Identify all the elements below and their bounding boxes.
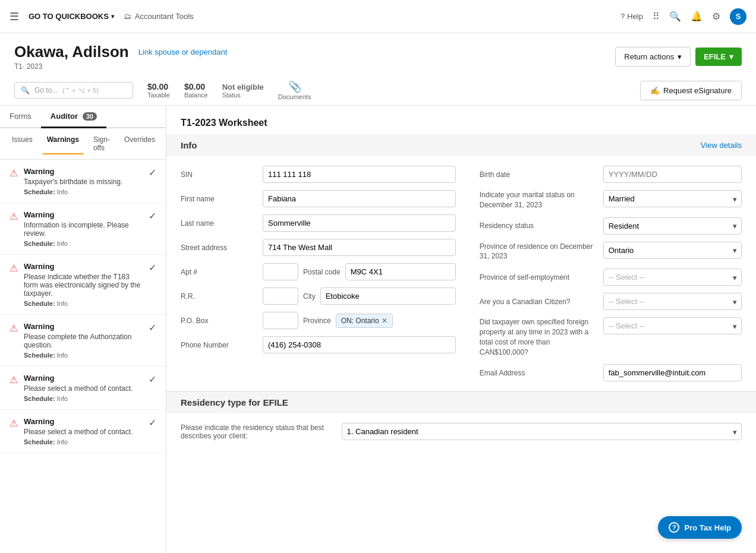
warning-title: Warning [24,322,143,331]
warning-text: Please indicate whether the T183 form wa… [24,273,143,298]
last-name-input[interactable] [263,214,456,232]
email-input[interactable] [603,364,742,381]
request-esignature-button[interactable]: ✍ Request eSignature [640,81,742,100]
sin-input[interactable] [263,166,456,183]
apt-postal-row: Apt # Postal code [181,263,456,280]
warning-text: Please complete the Authorization questi… [24,333,143,349]
canadian-citizen-select[interactable]: -- Select -- Yes No [603,293,742,310]
goto-shortcut: (⌃ + ⌥ + 5) [62,87,99,94]
province-residence-select-wrapper: Ontario British Columbia Alberta Quebec [603,242,742,259]
street-input[interactable] [263,239,456,256]
residency-type-row: Please indicate the residency status tha… [166,413,756,450]
warning-text: Please select a method of contact. [24,384,143,393]
client-info: Okawa, Adilson Link spouse or dependant … [14,43,227,71]
subtab-issues[interactable]: Issues [7,133,37,154]
po-box-input[interactable] [263,312,298,329]
residency-select[interactable]: Resident Non-resident Part-year resident [603,217,742,235]
warning-content: Warning Information is incomplete. Pleas… [24,210,143,247]
search-icon[interactable]: 🔍 [669,11,681,22]
checkmark-icon[interactable]: ✓ [149,374,156,385]
hamburger-icon[interactable]: ☰ [10,10,19,23]
return-actions-label: Return actions [624,52,674,61]
warning-title: Warning [24,417,143,426]
warning-title: Warning [24,210,143,219]
first-name-field-row: First name [181,190,456,207]
documents-icon[interactable]: 📎 Documents [278,80,311,100]
efile-label: EFILE [704,52,726,61]
help-button[interactable]: ? Help [620,12,643,21]
warning-schedule: Schedule: Info [24,240,143,247]
apps-icon[interactable]: ⠿ [653,11,660,22]
signature-icon: ✍ [650,86,660,95]
rr-label: R.R. [181,292,258,301]
phone-label: Phone Number [181,341,258,349]
link-spouse-btn[interactable]: Link spouse or dependant [138,48,228,56]
foreign-property-select[interactable]: -- Select -- Yes No [603,317,742,334]
phone-input[interactable] [263,336,456,353]
self-employment-select[interactable]: -- Select -- Ontario British Columbia [603,268,742,286]
residency-section-title: Residency type for EFILE [181,397,288,407]
warning-schedule: Schedule: Info [24,395,143,402]
warning-schedule: Schedule: Info [24,188,143,195]
tab-forms[interactable]: Forms [0,106,41,128]
warning-title: Warning [24,167,143,176]
first-name-input[interactable] [263,190,456,207]
return-actions-button[interactable]: Return actions ▾ [615,47,691,67]
subtab-signoffs[interactable]: Sign-offs [89,133,115,154]
subtab-warnings[interactable]: Warnings [42,133,84,154]
goto-quickbooks-btn[interactable]: GO TO QUICKBOOKS ▾ [29,12,114,21]
province-residence-select[interactable]: Ontario British Columbia Alberta Quebec [603,242,742,259]
checkmark-icon[interactable]: ✓ [149,417,156,428]
documents-label: Documents [278,93,311,100]
canadian-citizen-row: Are you a Canadian Citizen? -- Select --… [480,293,742,310]
warning-icon: ⚠ [10,168,18,179]
warning-icon: ⚠ [10,418,18,429]
worksheet-title: T1-2023 Worksheet [166,106,756,134]
birth-date-input[interactable] [603,166,742,183]
request-esig-label: Request eSignature [663,86,732,95]
goto-search[interactable]: 🔍 Go to... (⌃ + ⌥ + 5) [14,82,133,99]
warning-title: Warning [24,262,143,271]
sidebar: Forms Auditor 30 Issues Warnings Sign-of… [0,106,166,553]
checkmark-icon[interactable]: ✓ [149,322,156,333]
eligibility-status: Not eligible Status [222,83,264,99]
marital-select[interactable]: Married Single Divorced Widowed Separate… [603,190,742,207]
birth-date-label: Birth date [480,170,598,179]
street-label: Street address [181,244,258,252]
taxable-status: $0.00 Taxable [147,82,170,99]
province-tag: ON: Ontario ✕ [336,314,393,328]
efile-button[interactable]: EFILE ▾ [695,48,742,66]
warning-icon: ⚠ [10,263,18,274]
residency-type-select[interactable]: 1. Canadian resident 2. Non-resident [342,423,742,440]
checkmark-icon[interactable]: ✓ [149,167,156,178]
bell-icon[interactable]: 🔔 [691,11,703,22]
warning-item: ⚠ Warning Please complete the Authorizat… [0,315,166,366]
info-section-header: Info View details [166,134,756,156]
accountant-tools-label: Accountant Tools [135,12,194,21]
warning-icon: ⚠ [10,211,18,222]
checkmark-icon[interactable]: ✓ [149,262,156,273]
client-subtitle: T1· 2023 [14,62,227,71]
gear-icon[interactable]: ⚙ [712,11,720,22]
goto-quickbooks-label: GO TO QUICKBOOKS [29,12,109,21]
birth-date-field-row: Birth date [480,166,742,183]
tab-auditor[interactable]: Auditor 30 [41,106,106,128]
view-details-link[interactable]: View details [701,141,742,150]
rr-input[interactable] [263,287,298,305]
city-input[interactable] [320,287,456,305]
pro-tax-help-button[interactable]: ? Pro Tax Help [658,516,742,539]
province-label: Province [303,317,331,325]
apt-input[interactable] [263,263,298,280]
subtab-overrides[interactable]: Overrides [119,133,160,154]
checkmark-icon[interactable]: ✓ [149,210,156,222]
province-tag-close[interactable]: ✕ [382,317,388,325]
residency-status-row: Residency status Resident Non-resident P… [480,217,742,235]
self-employment-select-wrapper: -- Select -- Ontario British Columbia [603,268,742,286]
province-tag-value: ON: Ontario [341,317,379,325]
warning-text: Taxpayer's birthdate is missing. [24,178,143,186]
postal-input[interactable] [345,263,456,280]
avatar[interactable]: S [730,8,746,25]
sin-label: SIN [181,170,258,179]
phone-field-row: Phone Number [181,336,456,353]
first-name-label: First name [181,195,258,203]
